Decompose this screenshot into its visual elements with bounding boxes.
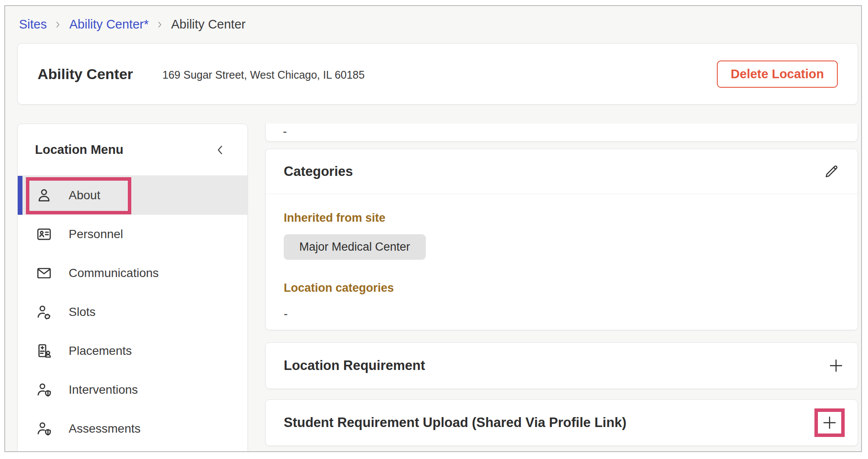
sidebar-item-label: Placements — [69, 344, 132, 358]
pencil-icon[interactable] — [823, 163, 839, 180]
categories-title: Categories — [284, 164, 353, 179]
sidebar-item-label: Assessments — [69, 422, 141, 436]
categories-header: Categories — [266, 149, 858, 194]
app-window: Sites Ability Center* Ability Center Abi… — [4, 5, 862, 452]
sidebar-item-label: Interventions — [69, 383, 138, 397]
sidebar-item-label: About — [69, 188, 100, 202]
sidebar-item-label: Slots — [69, 305, 95, 319]
breadcrumb: Sites Ability Center* Ability Center — [19, 17, 246, 32]
envelope-icon — [36, 265, 52, 281]
student-requirement-upload-card: Student Requirement Upload (Shared Via P… — [265, 399, 858, 446]
sidebar-item-personnel[interactable]: Personnel — [18, 215, 247, 254]
plus-icon[interactable] — [821, 414, 838, 431]
inherited-from-site-label: Inherited from site — [284, 211, 386, 224]
delete-location-button[interactable]: Delete Location — [717, 61, 838, 88]
breadcrumb-current-location: Ability Center — [171, 17, 245, 32]
chevron-left-icon[interactable] — [214, 143, 227, 156]
page: { "breadcrumb": { "items": [ { "label": … — [0, 0, 868, 459]
category-chip: Major Medical Center — [284, 234, 426, 260]
person-tag-icon — [36, 304, 52, 320]
chevron-right-icon — [54, 19, 62, 30]
sidebar-item-placements[interactable]: Placements — [18, 332, 247, 370]
sidebar-item-slots[interactable]: Slots — [18, 293, 247, 332]
sidebar-header: Location Menu — [18, 124, 247, 176]
sidebar-item-interventions[interactable]: Interventions — [18, 370, 247, 409]
location-requirement-card: Location Requirement — [265, 342, 858, 389]
scrolled-card-bottom: - — [265, 124, 858, 142]
breadcrumb-sites-link[interactable]: Sites — [19, 17, 47, 32]
location-categories-value: - — [284, 307, 839, 321]
person-shield-icon — [36, 421, 52, 437]
page-title: Ability Center — [38, 66, 133, 83]
person-icon — [36, 187, 52, 204]
clipped-card-value: - — [283, 124, 287, 138]
location-menu-sidebar: Location Menu About Personnel Communicat… — [17, 124, 248, 452]
categories-card: Categories Inherited from site Major Med… — [265, 149, 858, 330]
sidebar-item-assessments[interactable]: Assessments — [18, 409, 247, 448]
categories-body: Inherited from site Major Medical Center… — [266, 194, 858, 321]
sidebar-item-about[interactable]: About — [18, 176, 247, 215]
plus-icon[interactable] — [827, 357, 845, 374]
annotation-highlight-box — [814, 408, 845, 437]
student-requirement-title: Student Requirement Upload (Shared Via P… — [284, 415, 626, 430]
location-requirement-title: Location Requirement — [284, 358, 425, 373]
id-card-icon — [36, 226, 52, 242]
sidebar-item-label: Personnel — [69, 227, 123, 241]
sidebar-title: Location Menu — [35, 143, 124, 157]
person-shield-icon — [36, 382, 52, 398]
clipboard-person-icon — [36, 343, 52, 359]
location-header-card: Ability Center 169 Sugar Street, West Ch… — [17, 43, 858, 105]
location-address: 169 Sugar Street, West Chicago, IL 60185 — [162, 69, 364, 81]
sidebar-item-label: Communications — [69, 266, 159, 280]
location-categories-label: Location categories — [284, 281, 839, 295]
sidebar-item-communications[interactable]: Communications — [18, 254, 247, 293]
chevron-right-icon — [155, 19, 164, 30]
breadcrumb-site-ability-center-link[interactable]: Ability Center* — [69, 17, 149, 32]
